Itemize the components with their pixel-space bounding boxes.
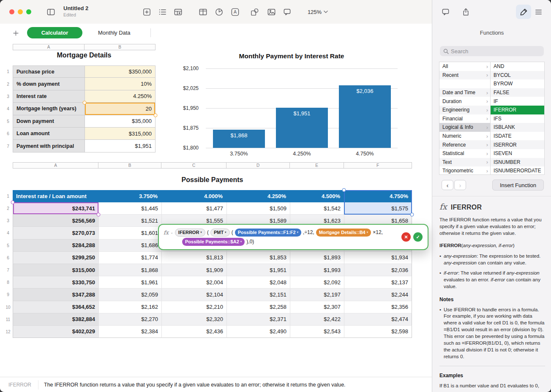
payments-cell[interactable]: $1,961 xyxy=(98,276,161,289)
minimize-window-button[interactable] xyxy=(18,9,23,14)
category-item[interactable]: Engineering› xyxy=(439,106,490,114)
row-number[interactable]: 3 xyxy=(3,90,13,103)
mortgage-label-cell[interactable]: % down payment xyxy=(13,78,85,90)
mortgage-table-title[interactable]: Mortgage Details xyxy=(13,52,155,59)
payments-header-cell[interactable]: Interest rate / Loan amount xyxy=(13,190,98,202)
function-item[interactable]: IFS xyxy=(491,114,544,123)
pivot-table-button[interactable] xyxy=(170,5,185,19)
payments-cell[interactable]: $2,258 xyxy=(226,301,290,313)
organize-button[interactable] xyxy=(531,5,546,19)
row-number[interactable]: 2 xyxy=(3,78,13,90)
add-sheet-button[interactable] xyxy=(11,28,20,38)
search-field[interactable] xyxy=(440,46,544,56)
payments-cell[interactable]: $2,210 xyxy=(161,301,226,313)
mortgage-label-cell[interactable]: Payment with principal xyxy=(13,140,85,152)
payments-loan-cell[interactable]: $402,029 xyxy=(13,326,98,338)
insert-function-button[interactable]: Insert Function xyxy=(492,180,544,191)
mortgage-label-cell[interactable]: Interest rate xyxy=(13,90,85,103)
row-number[interactable]: 6 xyxy=(3,252,13,264)
payments-cell[interactable]: $2,137 xyxy=(344,276,412,289)
payments-loan-cell[interactable]: $330,750 xyxy=(13,276,98,289)
row-number[interactable]: 1 xyxy=(3,65,13,78)
function-item[interactable]: ISNUMBER xyxy=(491,158,544,167)
function-item[interactable]: ISERROR xyxy=(491,140,544,149)
mortgage-label-cell[interactable]: Purchase price xyxy=(13,65,85,78)
formula-editor[interactable]: fx IFERROR▾(PMT▾(Possible Payments::F1:F… xyxy=(158,224,428,250)
category-item[interactable]: Date and Time› xyxy=(439,88,490,97)
row-number[interactable]: 5 xyxy=(3,240,13,252)
payments-cell[interactable]: $2,436 xyxy=(161,326,226,338)
chart-button[interactable] xyxy=(211,5,226,19)
payments-cell[interactable]: $2,384 xyxy=(98,326,161,338)
add-category-button[interactable] xyxy=(155,5,170,19)
mortgage-value-cell[interactable]: $1,951 xyxy=(85,140,155,152)
shape-button[interactable] xyxy=(247,5,262,19)
category-item[interactable]: All› xyxy=(439,62,490,71)
mortgage-value-cell[interactable]: 20 xyxy=(85,103,155,115)
collaborate-button[interactable] xyxy=(438,5,453,19)
close-window-button[interactable] xyxy=(9,9,14,14)
payments-cell[interactable]: $2,197 xyxy=(290,289,344,301)
chart-bar[interactable]: $1,951 xyxy=(276,108,328,148)
payments-cell[interactable]: $1,445 xyxy=(98,202,161,215)
mortgage-value-cell[interactable]: $350,000 xyxy=(85,65,155,78)
category-item[interactable]: Recent› xyxy=(439,71,490,80)
insert-button[interactable] xyxy=(139,5,154,19)
payments-cell[interactable]: $2,371 xyxy=(226,313,290,326)
payments-cell[interactable]: $2,244 xyxy=(344,289,412,301)
payments-cell[interactable]: $1,477 xyxy=(161,202,226,215)
payments-loan-cell[interactable]: $382,884 xyxy=(13,313,98,326)
share-button[interactable] xyxy=(458,5,473,19)
selection-handle[interactable] xyxy=(97,213,101,217)
row-number[interactable]: 12 xyxy=(3,326,13,338)
payments-cell[interactable]: $1,993 xyxy=(290,264,344,276)
category-item[interactable]: Duration› xyxy=(439,97,490,106)
payments-cell[interactable]: $2,151 xyxy=(226,289,290,301)
payments-header-cell[interactable]: 4.750% xyxy=(344,190,412,202)
formula-token[interactable]: Mortgage Details::B4▾ xyxy=(316,229,371,237)
column-header-b[interactable]: B xyxy=(98,162,161,169)
row-number[interactable]: 8 xyxy=(3,276,13,289)
payments-cell[interactable]: $1,893 xyxy=(290,252,344,264)
row-number[interactable]: 3 xyxy=(3,215,13,227)
payments-cell[interactable]: $2,474 xyxy=(344,313,412,326)
selection-handle[interactable] xyxy=(11,201,15,204)
formula-token[interactable]: Possible Payments::$A2▾ xyxy=(182,238,245,246)
payments-cell[interactable]: $1,951 xyxy=(226,264,290,276)
category-item[interactable]: Reference› xyxy=(439,140,490,149)
payments-loan-cell[interactable]: $315,000 xyxy=(13,264,98,276)
format-button[interactable] xyxy=(516,5,531,19)
function-item[interactable]: ISDATE xyxy=(491,132,544,141)
row-number[interactable]: 11 xyxy=(3,313,13,326)
search-input[interactable] xyxy=(451,48,540,54)
row-number[interactable]: 6 xyxy=(3,128,13,140)
selection-handle[interactable] xyxy=(83,101,87,105)
mortgage-value-cell[interactable]: 4.250% xyxy=(85,90,155,103)
payments-loan-cell[interactable]: $256,569 xyxy=(13,215,98,227)
payments-loan-cell[interactable]: $243,741 xyxy=(13,202,98,215)
payments-cell[interactable]: $1,686 xyxy=(98,240,161,252)
row-number[interactable]: 4 xyxy=(3,103,13,115)
comment-button[interactable] xyxy=(279,5,295,19)
function-item[interactable]: ISNUMBERORDATE xyxy=(491,166,544,175)
category-item[interactable] xyxy=(439,79,490,88)
column-header-a[interactable]: A xyxy=(13,44,85,50)
mortgage-label-cell[interactable]: Down payment xyxy=(13,115,85,128)
row-number[interactable]: 7 xyxy=(3,140,13,152)
formula-token[interactable]: PMT▾ xyxy=(210,229,230,237)
payments-cell[interactable]: $1,853 xyxy=(226,252,290,264)
category-item[interactable]: Logical & Info› xyxy=(439,123,490,132)
chart-plot-area[interactable]: $1,868$1,951$2,036 xyxy=(206,68,398,148)
payments-cell[interactable]: $2,320 xyxy=(161,313,226,326)
category-item[interactable]: Numeric› xyxy=(439,132,490,141)
category-item[interactable]: Trigonometric› xyxy=(439,166,490,175)
payments-loan-cell[interactable]: $270,073 xyxy=(13,227,98,239)
payments-cell[interactable]: $2,543 xyxy=(290,326,344,338)
payments-cell[interactable]: $1,542 xyxy=(290,202,344,215)
mortgage-label-cell[interactable]: Loan amount xyxy=(13,128,85,140)
category-item[interactable]: Text› xyxy=(439,158,490,167)
fullscreen-window-button[interactable] xyxy=(26,9,31,14)
function-item[interactable]: AND xyxy=(491,62,544,71)
payments-cell[interactable]: $2,270 xyxy=(98,313,161,326)
payments-cell[interactable]: $2,104 xyxy=(161,289,226,301)
